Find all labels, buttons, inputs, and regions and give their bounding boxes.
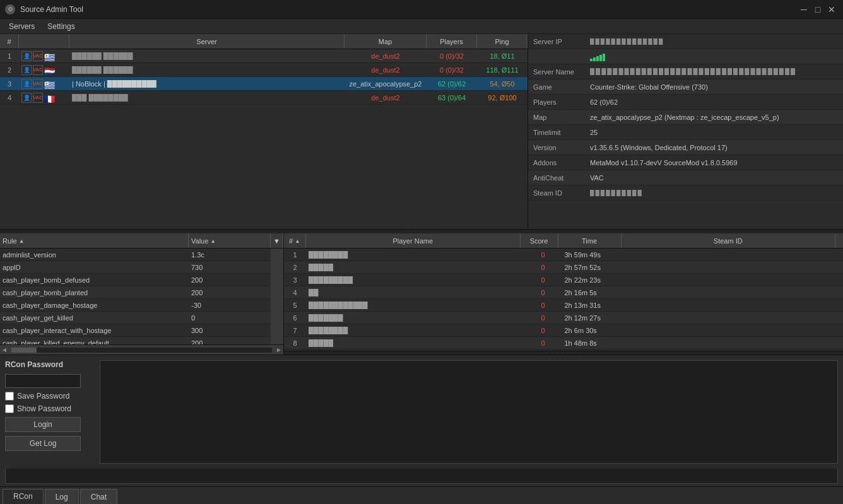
server-row[interactable]: 3 👤 VAC 🇺🇾 | NoBlock | ██████████ ze_ati… [0,77,528,91]
player-row[interactable]: 6 ███████ 0 2h 12m 27s [284,312,843,324]
h-scroll-thumb[interactable] [11,348,37,353]
login-button[interactable]: Login [5,417,81,432]
rule-row[interactable]: cash_player_damage_hostage -30 [0,299,271,312]
rule-row[interactable]: adminlist_version 1.3c [0,249,271,261]
server-icon-2: 👤 [21,65,32,75]
bar-5 [603,54,605,61]
rules-col-value-header[interactable]: Value ▲ [189,233,271,248]
tab-rcon[interactable]: RCon [3,489,44,504]
title-bar: ⚙ Source Admin Tool ─ □ ✕ [0,0,843,19]
player-score: 0 [524,302,562,309]
info-value-addons: MetaMod v1.10.7-devV SourceMod v1.8.0.59… [585,159,843,167]
player-num: 6 [284,314,306,322]
players-col-steam-header[interactable]: Steam ID [622,233,836,248]
player-name: █████ [306,339,524,347]
player-row[interactable]: 4 ██ 0 2h 16m 5s [284,286,843,299]
player-name: ████████ [306,251,524,259]
player-row[interactable]: 3 █████████ 0 2h 22m 23s [284,274,843,286]
player-name: ████████████ [306,302,524,309]
col-server-header[interactable]: Server [69,34,345,49]
vac-icon-4: VAC [33,93,43,103]
rule-row[interactable]: applD 730 [0,261,271,274]
sort-arrow-num: ▲ [295,238,300,244]
player-name: █████ [306,264,524,271]
player-name: ███████ [306,314,524,322]
vac-icon-3: VAC [33,79,43,89]
server-list: # Server Map Players Ping 1 👤 VAC 🇺🇾 ███… [0,34,528,229]
flag-3: 🇺🇾 [44,80,56,88]
col-players-header[interactable]: Players [427,34,477,49]
cmd-input[interactable] [6,472,837,480]
player-row[interactable]: 2 █████ 0 2h 57m 52s [284,261,843,274]
server-row[interactable]: 1 👤 VAC 🇺🇾 ██████ ██████ de_dust2 0 (0)/… [0,49,528,63]
info-value-name: ████████████████████████████████████ [585,68,843,75]
player-row[interactable]: 1 ████████ 0 3h 59m 49s [284,249,843,261]
players-body[interactable]: 1 ████████ 0 3h 59m 49s 2 █████ 0 2h 57m… [284,249,843,351]
info-row-players: Players 62 (0)/62 [528,95,843,110]
tab-log[interactable]: Log [45,489,79,504]
save-password-checkbox[interactable] [5,392,14,401]
resize-handle-bottom[interactable]: · · · · · · · [284,351,843,355]
rule-row[interactable]: cash_player_interact_with_hostage 300 [0,324,271,337]
h-scroll-track[interactable] [11,348,272,353]
server-num: 4 [0,94,19,102]
server-row[interactable]: 4 👤 VAC 🇫🇷 ███ ████████ de_dust2 63 (0)/… [0,91,528,105]
rules-scrollbar[interactable] [271,249,283,344]
player-row[interactable]: 5 ████████████ 0 2h 13m 31s [284,299,843,312]
close-button[interactable]: ✕ [825,3,838,16]
player-num: 1 [284,251,306,259]
rule-row[interactable]: cash_player_bomb_defused 200 [0,274,271,286]
rules-col-rule-header[interactable]: Rule ▲ [0,233,189,248]
players-col-num-header[interactable]: # ▲ [284,233,306,248]
server-row[interactable]: 2 👤 VAC 🇳🇱 ██████ ██████ de_dust2 0 (0)/… [0,63,528,77]
rules-h-scroll[interactable]: ◄ ► [0,344,283,355]
minimize-button[interactable]: ─ [798,3,810,16]
rcon-log[interactable] [100,360,838,464]
scroll-right-btn[interactable]: ► [274,346,283,353]
server-list-header: # Server Map Players Ping [0,34,528,49]
player-time: 3h 59m 49s [562,251,625,259]
sort-arrow-rule: ▲ [19,238,25,244]
menu-settings[interactable]: Settings [41,21,81,32]
info-value-players: 62 (0)/62 [585,98,843,106]
rules-body[interactable]: adminlist_version 1.3c applD 730 cash_pl… [0,249,271,344]
players-col-score-header[interactable]: Score [521,233,558,248]
get-log-button[interactable]: Get Log [5,436,81,451]
players-col-name-header[interactable]: Player Name [306,233,521,248]
player-time: 2h 12m 27s [562,314,625,322]
server-players-2: 0 (0)/32 [427,66,477,74]
col-map-header[interactable]: Map [345,34,427,49]
scroll-left-btn[interactable]: ◄ [0,346,9,353]
menu-servers[interactable]: Servers [3,21,41,32]
info-value-timelimit: 25 [585,129,843,136]
player-time: 2h 22m 23s [562,276,625,284]
rcon-right [100,360,838,464]
player-row[interactable]: 7 ████████ 0 2h 6m 30s [284,324,843,337]
rule-name: cash_player_interact_with_hostage [0,327,189,334]
server-players-3: 62 (0)/62 [427,80,477,88]
rule-row[interactable]: cash_player_get_killed 0 [0,312,271,324]
server-players-1: 0 (0)/32 [427,52,477,60]
rule-name: cash_player_get_killed [0,314,189,322]
info-label-version: Version [528,144,585,151]
top-section: # Server Map Players Ping 1 👤 VAC 🇺🇾 ███… [0,34,843,230]
rule-row[interactable]: cash_player_killed_enemy_default 200 [0,337,271,344]
rules-scroll-btn[interactable]: ▼ [271,233,283,248]
rcon-password-input[interactable] [5,374,81,388]
players-col-time-header[interactable]: Time [558,233,622,248]
rule-row[interactable]: cash_player_bomb_planted 200 [0,286,271,299]
server-ping-1: 18, Ø11 [477,52,528,60]
player-num: 2 [284,264,306,271]
player-row[interactable]: 8 █████ 0 1h 48m 8s [284,337,843,349]
info-row-steamid: Steam ID ██████████ [528,185,843,201]
server-map-4: de_dust2 [345,94,427,102]
info-label-timelimit: Timelimit [528,129,585,136]
col-ping-header[interactable]: Ping [477,34,528,49]
show-password-checkbox[interactable] [5,404,14,413]
signal-bars [585,52,610,61]
tab-chat[interactable]: Chat [80,489,117,504]
info-label-steamid: Steam ID [528,189,585,197]
players-panel: # ▲ Player Name Score Time Steam ID 1 ██… [284,233,843,355]
player-num: 5 [284,302,306,309]
maximize-button[interactable]: □ [811,3,824,16]
